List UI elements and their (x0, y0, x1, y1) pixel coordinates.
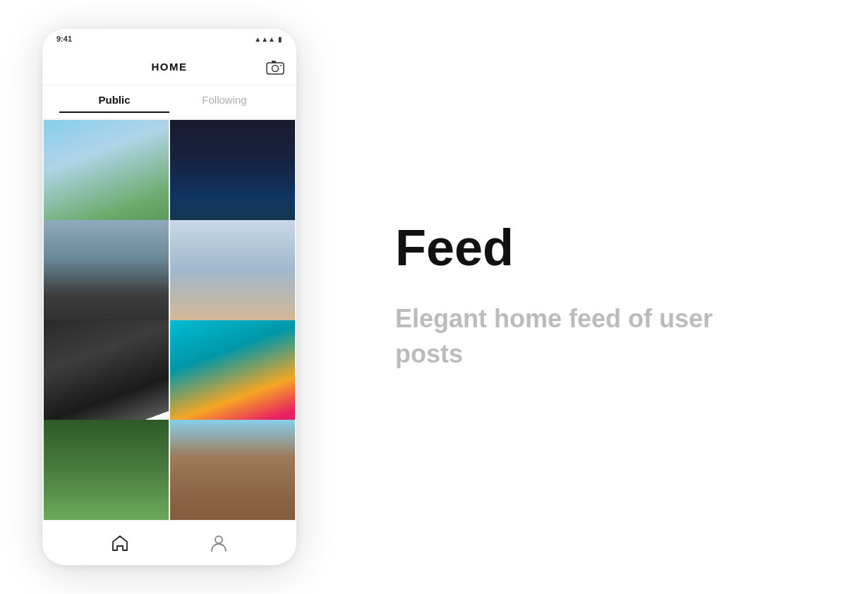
feature-title: Feed (395, 222, 812, 273)
svg-point-1 (272, 65, 279, 71)
home-nav-button[interactable] (110, 533, 130, 553)
feed-item[interactable]: 0 0 (44, 420, 169, 520)
nav-title: HOME (152, 61, 188, 73)
top-nav: HOME (42, 49, 296, 85)
feature-description: Elegant home feed of user posts (395, 301, 748, 372)
svg-rect-0 (267, 63, 284, 74)
left-panel: 9:41 ▲▲▲ ▮ HOME Public (0, 0, 339, 594)
svg-rect-2 (272, 61, 276, 63)
profile-icon (210, 534, 227, 552)
status-time: 9:41 (56, 35, 72, 43)
battery-icon: ▮ (278, 35, 282, 43)
svg-point-12 (215, 536, 222, 543)
profile-nav-button[interactable] (209, 533, 229, 553)
right-panel: Feed Elegant home feed of user posts (339, 0, 868, 594)
phone-mockup: 9:41 ▲▲▲ ▮ HOME Public (42, 29, 296, 565)
bottom-nav (42, 520, 296, 565)
feed-tabs: Public Following (42, 85, 296, 119)
tab-following[interactable]: Following (169, 94, 279, 113)
feed-item[interactable]: 0 0 (170, 420, 295, 520)
camera-icon (266, 59, 284, 75)
camera-button[interactable] (265, 59, 285, 75)
feed-grid: 1 0 (42, 119, 296, 520)
svg-point-3 (280, 65, 282, 66)
status-icons: ▲▲▲ ▮ (254, 35, 282, 43)
status-bar: 9:41 ▲▲▲ ▮ (42, 29, 296, 49)
home-icon (111, 535, 129, 552)
signal-icon: ▲▲▲ (254, 35, 275, 43)
tab-public[interactable]: Public (59, 94, 169, 113)
